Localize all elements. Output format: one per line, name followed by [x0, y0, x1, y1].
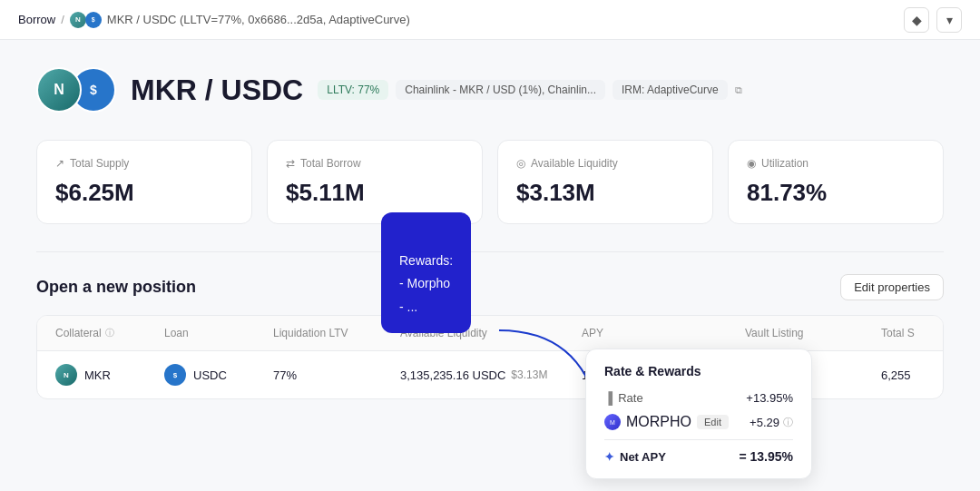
edit-properties-button[interactable]: Edit properties — [840, 274, 944, 300]
token-icons: N $ — [36, 67, 116, 113]
mkr-icon-large: N — [36, 67, 82, 113]
top-bar-actions: ◆ ▾ — [904, 7, 962, 33]
morpho-label: MORPHO — [626, 414, 691, 430]
morpho-left: M MORPHO Edit — [604, 414, 729, 430]
total-borrow-value: $5.11M — [286, 179, 464, 207]
col-loan: Loan — [164, 327, 273, 339]
loan-cell: $ USDC — [164, 364, 273, 386]
rate-row: ▐ Rate +13.95% — [604, 391, 793, 405]
loan-name: USDC — [193, 368, 227, 382]
collateral-name: MKR — [84, 368, 111, 382]
rewards-tooltip: Rewards: - Morpho - ... — [381, 212, 471, 333]
position-title: Open a new position — [36, 278, 196, 297]
market-icons: N $ — [70, 12, 102, 28]
available-liquidity-label: ◎ Available Liquidity — [516, 157, 694, 170]
borrow-link[interactable]: Borrow — [18, 13, 55, 26]
available-liquidity-card: ◎ Available Liquidity $3.13M — [497, 140, 713, 224]
info-icon: ⓘ — [105, 327, 114, 339]
available-liquidity-value: $3.13M — [516, 179, 694, 207]
lltv-tag: LLTV: 77% — [318, 80, 388, 100]
net-apy-value: = 13.95% — [739, 449, 793, 464]
morpho-value: +5.29 — [750, 416, 779, 429]
popover-title: Rate & Rewards — [604, 364, 793, 378]
total-borrow-label: ⇄ Total Borrow — [286, 157, 464, 170]
rate-label: ▐ Rate — [604, 391, 643, 405]
usdc-token-icon: $ — [164, 364, 186, 386]
morpho-row: M MORPHO Edit +5.29 ⓘ — [604, 414, 793, 430]
utilization-label: ◉ Utilization — [747, 157, 925, 170]
borrow-icon: ⇄ — [286, 157, 295, 170]
menu-button[interactable]: ▾ — [936, 7, 962, 33]
utilization-value: 81.73% — [747, 179, 925, 207]
section-divider — [36, 251, 944, 252]
separator: / — [61, 13, 64, 26]
net-apy-label: ✦ Net APY — [604, 450, 666, 464]
utilization-card: ◉ Utilization 81.73% — [728, 140, 944, 224]
market-header: N $ MKR / USDC LLTV: 77% Chainlink - MKR… — [36, 67, 944, 113]
market-tags: LLTV: 77% Chainlink - MKR / USD (1%), Ch… — [318, 80, 741, 100]
stars-icon: ✦ — [604, 450, 614, 464]
stats-row: ↗ Total Supply $6.25M ⇄ Total Borrow $5.… — [36, 140, 944, 224]
morpho-info-icon: ⓘ — [783, 416, 793, 429]
rate-rewards-popover: Rate & Rewards ▐ Rate +13.95% M MORPHO E… — [585, 349, 812, 479]
total-cell: 6,255 — [881, 368, 944, 382]
total-supply-value: $6.25M — [55, 179, 233, 207]
copy-icon[interactable]: ⧉ — [735, 84, 742, 96]
breadcrumb-current: MKR / USDC (LLTV=77%, 0x6686...2d5a, Ada… — [107, 13, 410, 26]
col-ltv: Liquidation LTV — [273, 327, 400, 339]
col-vault: Vault Listing — [745, 327, 881, 339]
total-supply-label: ↗ Total Supply — [55, 157, 233, 170]
mkr-icon-small: N — [70, 12, 86, 28]
market-title: MKR / USDC — [131, 74, 303, 107]
breadcrumb: Borrow / N $ MKR / USDC (LLTV=77%, 0x668… — [18, 12, 410, 28]
bar-chart-icon: ▐ — [604, 391, 612, 405]
morpho-edit-link[interactable]: Edit — [697, 415, 729, 429]
usdc-icon-small: $ — [85, 12, 102, 28]
mkr-token-icon: N — [55, 364, 77, 386]
col-collateral: Collateral ⓘ — [55, 327, 164, 339]
position-header: Open a new position Edit properties — [36, 274, 944, 300]
supply-icon: ↗ — [55, 157, 64, 170]
net-apy-row: ✦ Net APY = 13.95% — [604, 439, 793, 464]
liquidity-icon: ◎ — [516, 157, 525, 170]
rate-value: +13.95% — [746, 391, 793, 405]
top-bar: Borrow / N $ MKR / USDC (LLTV=77%, 0x668… — [0, 0, 980, 40]
irm-tag: IRM: AdaptiveCurve — [612, 80, 728, 100]
total-supply-card: ↗ Total Supply $6.25M — [36, 140, 252, 224]
ltv-cell: 77% — [273, 368, 400, 382]
collateral-cell: N MKR — [55, 364, 164, 386]
col-total: Total S — [881, 327, 944, 339]
morpho-icon: M — [604, 414, 621, 430]
bookmark-button[interactable]: ◆ — [904, 7, 929, 33]
oracle-tag: Chainlink - MKR / USD (1%), Chainlin... — [396, 80, 605, 100]
morpho-value-group: +5.29 ⓘ — [750, 416, 793, 429]
main-content: N $ MKR / USDC LLTV: 77% Chainlink - MKR… — [0, 40, 980, 417]
utilization-icon: ◉ — [747, 157, 756, 170]
